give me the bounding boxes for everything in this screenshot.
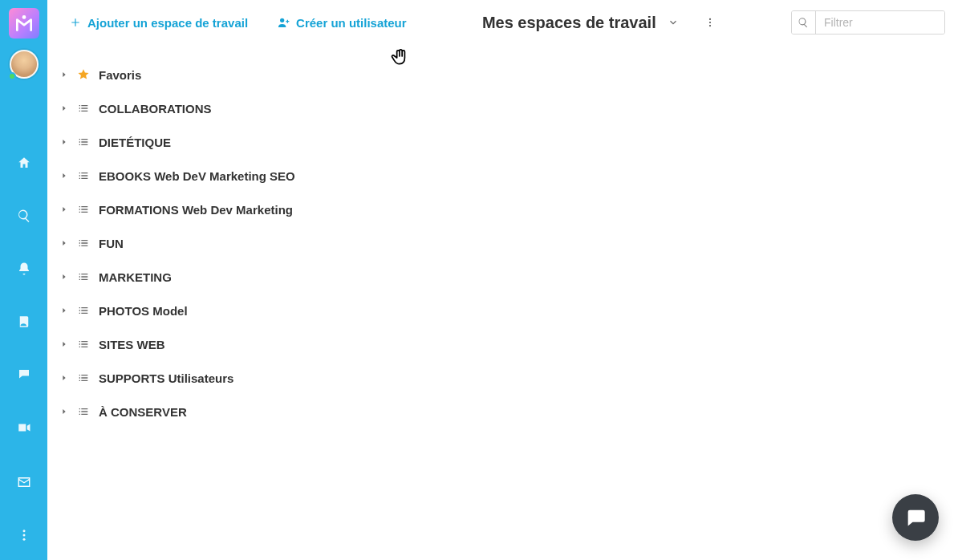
tree-item-label: FORMATIONS Web Dev Marketing — [99, 203, 293, 217]
caret-right-icon[interactable] — [60, 71, 68, 79]
chat-icon[interactable] — [15, 366, 33, 383]
svg-point-5 — [709, 22, 711, 23]
user-plus-icon — [277, 16, 290, 29]
tree-item-label: MARKETING — [99, 270, 172, 284]
caret-right-icon[interactable] — [60, 374, 68, 382]
sidebar-nav — [15, 154, 33, 436]
caret-right-icon[interactable] — [60, 273, 68, 281]
list-icon — [76, 102, 91, 115]
svg-point-4 — [709, 18, 711, 20]
sidebar-bottom — [15, 473, 33, 560]
more-vertical-icon[interactable] — [704, 17, 716, 28]
add-workspace-label: Ajouter un espace de travail — [87, 16, 248, 30]
search-icon[interactable] — [15, 207, 33, 225]
star-icon — [76, 68, 91, 81]
search-icon[interactable] — [792, 11, 816, 34]
tree-item-label: DIETÉTIQUE — [99, 136, 171, 149]
tree-item[interactable]: COLLABORATIONS — [59, 91, 942, 125]
svg-point-1 — [22, 530, 25, 532]
add-workspace-button[interactable]: Ajouter un espace de travail — [70, 16, 248, 30]
caret-right-icon[interactable] — [60, 205, 68, 213]
list-icon — [76, 338, 91, 351]
help-chat-button[interactable] — [892, 494, 939, 541]
tree-item[interactable]: À CONSERVER — [59, 395, 942, 428]
list-icon — [76, 270, 91, 283]
list-icon — [76, 136, 91, 148]
tree-item[interactable]: MARKETING — [59, 260, 942, 294]
tree-item[interactable]: SITES WEB — [59, 327, 942, 361]
svg-point-3 — [22, 538, 25, 541]
tree-item[interactable]: SUPPORTS Utilisateurs — [59, 361, 942, 395]
tree-item-label: COLLABORATIONS — [99, 102, 212, 116]
tree-item[interactable]: EBOOKS Web DeV Marketing SEO — [59, 159, 942, 193]
presence-online-indicator — [8, 72, 16, 80]
list-icon — [76, 371, 91, 384]
tree-item[interactable]: FORMATIONS Web Dev Marketing — [59, 193, 942, 226]
list-icon — [76, 169, 91, 182]
tree-item-label: SITES WEB — [99, 338, 165, 351]
mail-icon[interactable] — [15, 473, 33, 491]
chevron-down-icon[interactable] — [668, 17, 679, 28]
caret-right-icon[interactable] — [60, 138, 68, 146]
tree-item-label: FUN — [99, 237, 124, 250]
caret-right-icon[interactable] — [60, 172, 68, 180]
filter-search — [791, 10, 945, 34]
plus-icon — [70, 17, 81, 28]
tree-item[interactable]: PHOTOS Model — [59, 294, 942, 327]
tree-item[interactable]: FUN — [59, 226, 942, 260]
tree-item-label: EBOOKS Web DeV Marketing SEO — [99, 169, 295, 183]
caret-right-icon[interactable] — [60, 408, 68, 416]
caret-right-icon[interactable] — [60, 340, 68, 348]
sidebar — [0, 0, 47, 560]
app-logo[interactable] — [9, 8, 39, 39]
create-user-label: Créer un utilisateur — [296, 16, 407, 30]
caret-right-icon[interactable] — [60, 104, 68, 112]
topbar: Ajouter un espace de travail Créer un ut… — [47, 0, 958, 45]
list-icon — [76, 304, 91, 317]
tree-item-label: PHOTOS Model — [99, 304, 188, 318]
more-vertical-icon[interactable] — [15, 526, 33, 544]
video-icon[interactable] — [15, 419, 33, 436]
tree-item-label: SUPPORTS Utilisateurs — [99, 371, 233, 385]
user-avatar[interactable] — [10, 50, 39, 79]
contacts-icon[interactable] — [15, 313, 33, 331]
tree-item-label: Favoris — [99, 68, 141, 82]
page-title-group: Mes espaces de travail — [482, 14, 716, 32]
caret-right-icon[interactable] — [60, 239, 68, 247]
chat-bubble-icon — [904, 506, 927, 529]
page-title: Mes espaces de travail — [482, 14, 656, 32]
workspace-tree: FavorisCOLLABORATIONSDIETÉTIQUEEBOOKS We… — [47, 45, 958, 444]
svg-point-6 — [709, 25, 711, 26]
create-user-button[interactable]: Créer un utilisateur — [277, 16, 407, 30]
svg-point-2 — [22, 534, 25, 537]
list-icon — [76, 203, 91, 216]
caret-right-icon[interactable] — [60, 306, 68, 314]
tree-item-label: À CONSERVER — [99, 405, 187, 419]
filter-input[interactable] — [816, 11, 944, 34]
list-icon — [76, 237, 91, 250]
tree-item[interactable]: Favoris — [59, 58, 942, 91]
list-icon — [76, 405, 91, 418]
tree-item[interactable]: DIETÉTIQUE — [59, 125, 942, 159]
svg-point-0 — [22, 15, 26, 19]
bell-icon[interactable] — [15, 260, 33, 278]
home-icon[interactable] — [15, 154, 33, 172]
